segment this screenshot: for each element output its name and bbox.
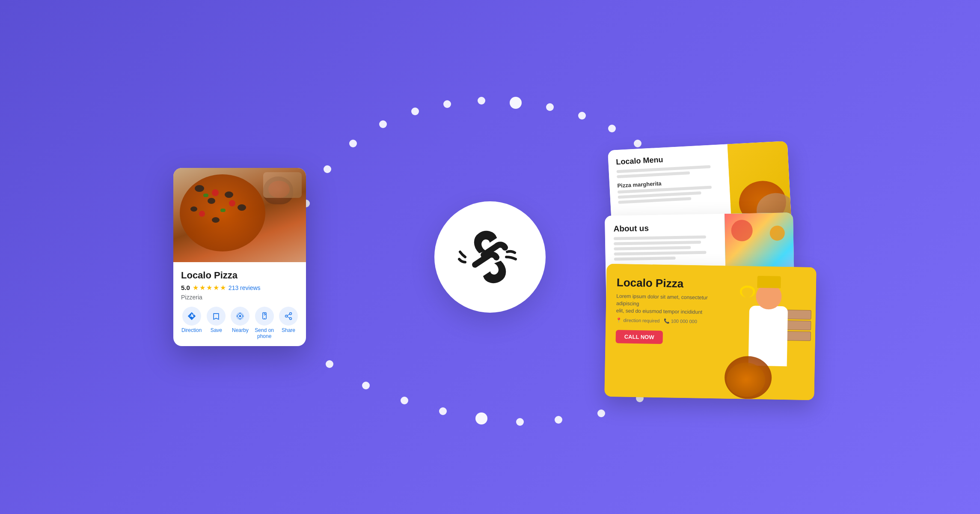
main-scene: Localo Pizza 5.0 ★ ★ ★ ★ ★ 213 reviews P… bbox=[148, 54, 832, 460]
save-button[interactable]: Save bbox=[207, 307, 226, 339]
save-icon bbox=[207, 307, 226, 326]
pizza-promo-text: Localo Pizza Lorem ipsum dolor sit amet,… bbox=[604, 264, 722, 399]
svg-line-39 bbox=[287, 314, 290, 315]
google-business-card: Localo Pizza 5.0 ★ ★ ★ ★ ★ 213 reviews P… bbox=[173, 168, 306, 346]
svg-point-2 bbox=[349, 140, 357, 147]
send-on-phone-button[interactable]: Send onphone bbox=[255, 307, 274, 339]
pizza-promo-address: 📍 direction required 📞 100 000 000 bbox=[616, 318, 711, 325]
direction-button[interactable]: Direction bbox=[181, 307, 202, 339]
svg-point-8 bbox=[546, 103, 554, 111]
business-name: Localo Pizza bbox=[181, 270, 298, 281]
about-line-3 bbox=[614, 246, 691, 250]
nearby-icon bbox=[231, 307, 249, 326]
svg-point-36 bbox=[285, 315, 288, 317]
svg-point-22 bbox=[362, 382, 370, 389]
menu-line-1 bbox=[616, 165, 710, 173]
svg-point-1 bbox=[324, 165, 331, 173]
about-card-title: About us bbox=[613, 222, 716, 233]
svg-point-19 bbox=[475, 412, 487, 424]
star-4: ★ bbox=[213, 284, 219, 292]
direction-icon bbox=[182, 307, 201, 326]
svg-point-5 bbox=[443, 100, 451, 108]
website-cards-stack: Localo Menu Pizza margherita bbox=[601, 146, 815, 368]
save-label: Save bbox=[211, 327, 222, 333]
card-pizza-image bbox=[173, 168, 306, 262]
star-1: ★ bbox=[193, 284, 199, 292]
star-rating: ★ ★ ★ ★ ★ bbox=[193, 284, 226, 292]
share-button[interactable]: Share bbox=[279, 307, 298, 339]
svg-point-4 bbox=[411, 108, 419, 115]
reviews-count[interactable]: 213 reviews bbox=[229, 284, 261, 291]
star-3: ★ bbox=[206, 284, 212, 292]
svg-point-10 bbox=[608, 125, 616, 132]
card-content: Localo Pizza 5.0 ★ ★ ★ ★ ★ 213 reviews P… bbox=[173, 262, 306, 346]
svg-point-17 bbox=[555, 416, 562, 424]
svg-point-35 bbox=[290, 313, 292, 315]
send-on-phone-label: Send onphone bbox=[255, 327, 274, 339]
center-logo-circle bbox=[434, 201, 546, 313]
about-line-5 bbox=[614, 257, 676, 261]
share-label: Share bbox=[282, 327, 295, 333]
star-2: ★ bbox=[199, 284, 205, 292]
about-line-1 bbox=[614, 236, 706, 240]
nearby-button[interactable]: Nearby bbox=[231, 307, 249, 339]
send-phone-icon bbox=[255, 307, 274, 326]
share-icon bbox=[279, 307, 298, 326]
menu-card-title: Localo Menu bbox=[616, 152, 721, 167]
about-line-2 bbox=[614, 241, 701, 245]
svg-line-38 bbox=[287, 317, 290, 318]
svg-point-16 bbox=[597, 409, 605, 417]
business-category: Pizzeria bbox=[181, 294, 298, 301]
rating-row: 5.0 ★ ★ ★ ★ ★ 213 reviews bbox=[181, 284, 298, 292]
svg-point-9 bbox=[578, 112, 586, 120]
svg-point-37 bbox=[290, 317, 292, 320]
pizza-promo-desc: Lorem ipsum dolor sit amet, consectetur … bbox=[616, 293, 712, 316]
rating-number: 5.0 bbox=[181, 284, 190, 291]
star-5: ★ bbox=[220, 284, 226, 292]
svg-point-26 bbox=[239, 315, 241, 317]
about-line-4 bbox=[614, 251, 707, 256]
svg-point-23 bbox=[326, 360, 333, 368]
svg-point-34 bbox=[264, 318, 265, 319]
svg-point-7 bbox=[510, 97, 522, 109]
action-buttons-row: Direction Save bbox=[181, 307, 298, 339]
pizza-promo-title: Localo Pizza bbox=[617, 276, 712, 291]
svg-point-18 bbox=[516, 418, 524, 426]
pizza-delivery-person bbox=[720, 266, 816, 400]
pizza-promo-card: Localo Pizza Lorem ipsum dolor sit amet,… bbox=[604, 264, 816, 400]
localo-logo-icon bbox=[456, 223, 524, 291]
nearby-label: Nearby bbox=[232, 327, 249, 333]
svg-point-6 bbox=[478, 97, 485, 105]
call-now-button[interactable]: CALL NOW bbox=[616, 330, 663, 344]
svg-point-21 bbox=[401, 397, 408, 404]
direction-label: Direction bbox=[181, 327, 202, 333]
svg-point-20 bbox=[439, 407, 447, 415]
svg-point-3 bbox=[379, 120, 387, 128]
